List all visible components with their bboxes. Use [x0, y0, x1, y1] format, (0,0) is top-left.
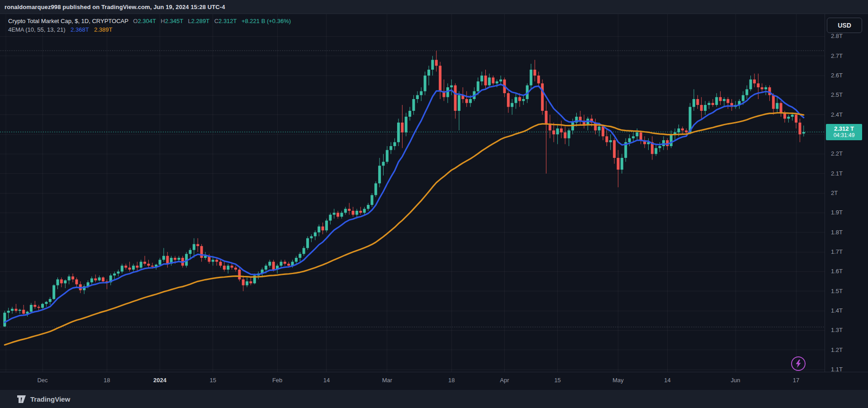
time-axis-label: Mar: [382, 377, 392, 384]
time-axis-label: 14: [323, 377, 330, 384]
price-axis-label: 1.6T: [831, 268, 843, 275]
ohlc-close-value: 2.312T: [218, 18, 237, 24]
lightning-button[interactable]: [791, 356, 806, 371]
price-axis-label: 2.2T: [831, 150, 843, 157]
price-axis-label: 1.1T: [831, 366, 843, 373]
ohlc-high-value: 2.345T: [165, 18, 183, 24]
price-axis-label: 1.2T: [831, 346, 843, 353]
price-axis-label: 2.4T: [831, 111, 843, 118]
time-axis-label: 18: [448, 377, 455, 384]
time-axis-label: Feb: [272, 377, 282, 384]
time-axis-label: Dec: [37, 377, 47, 384]
ohlc-change: +8.221 B (+0.36%): [242, 18, 291, 24]
price-axis[interactable]: USD 2.312 T 04:31:49 2.8T2.7T2.6T2.5T2.4…: [825, 14, 868, 372]
price-axis-label: 2.8T: [831, 33, 843, 39]
price-axis-label: 1.7T: [831, 248, 843, 255]
indicator-ema-fast-value: 2.368T: [71, 26, 89, 33]
time-axis[interactable]: Dec18202415Feb14Mar18Apr15May14Jun17: [0, 372, 868, 390]
last-price-label: 2.312 T: [834, 125, 854, 132]
price-axis-label: 2.1T: [831, 170, 843, 177]
indicator-name: 4EMA (10, 55, 13, 21): [8, 26, 65, 33]
chart-region[interactable]: Crypto Total Market Cap, $, 1D, CRYPTOCA…: [0, 14, 868, 390]
ohlc-low-label: L: [188, 18, 191, 24]
chart-legend[interactable]: Crypto Total Market Cap, $, 1D, CRYPTOCA…: [8, 17, 291, 34]
ohlc-open-value: 2.304T: [138, 18, 156, 24]
tradingview-logo-icon[interactable]: [17, 395, 27, 403]
publish-text: ronaldomarquez998 published on TradingVi…: [5, 4, 225, 10]
time-axis-label: May: [612, 377, 624, 384]
price-axis-label: 1.4T: [831, 307, 843, 314]
bar-countdown: 04:31:49: [834, 132, 855, 138]
price-axis-label: 2.5T: [831, 91, 843, 98]
lightning-bolt-icon: [795, 360, 802, 368]
legend-indicator-row[interactable]: 4EMA (10, 55, 13, 21) 2.368T 2.389T: [8, 25, 291, 34]
price-axis-label: 2.6T: [831, 72, 843, 79]
footer-bar: TradingView: [0, 390, 868, 408]
price-axis-label: 2T: [831, 190, 838, 196]
time-axis-label: 2024: [153, 377, 166, 384]
time-axis-label: 17: [793, 377, 799, 384]
price-axis-label: 1.8T: [831, 229, 843, 236]
ohlc-high-label: H: [161, 18, 165, 24]
publish-bar: ronaldomarquez998 published on TradingVi…: [0, 0, 868, 14]
legend-symbol-row[interactable]: Crypto Total Market Cap, $, 1D, CRYPTOCA…: [8, 17, 291, 25]
time-axis-label: 15: [210, 377, 216, 384]
price-axis-label: 1.3T: [831, 327, 843, 333]
price-axis-label: 1.9T: [831, 209, 843, 216]
ohlc-close-label: C: [214, 18, 218, 24]
time-axis-label: 14: [664, 377, 670, 384]
time-axis-label: 18: [104, 377, 110, 384]
tradingview-brand-text[interactable]: TradingView: [30, 395, 70, 403]
last-price-badge: 2.312 T 04:31:49: [826, 124, 862, 140]
indicator-ema-slow-value: 2.389T: [94, 26, 112, 33]
time-axis-label: Jun: [731, 377, 740, 384]
price-axis-label: 1.5T: [831, 288, 843, 294]
currency-toggle-button[interactable]: USD: [827, 18, 862, 33]
symbol-title: Crypto Total Market Cap, $, 1D, CRYPTOCA…: [8, 18, 128, 24]
ohlc-low-value: 2.289T: [191, 18, 209, 24]
price-axis-label: 2.7T: [831, 52, 843, 59]
ohlc-open-label: O: [133, 18, 138, 24]
time-axis-label: Apr: [500, 377, 509, 384]
candlestick-plot[interactable]: [0, 14, 825, 372]
time-axis-label: 15: [554, 377, 560, 384]
